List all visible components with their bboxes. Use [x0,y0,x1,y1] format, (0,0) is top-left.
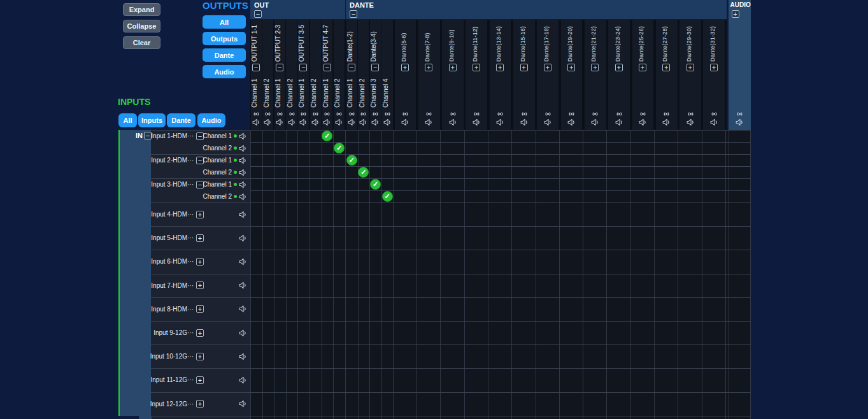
clear-button[interactable]: Clear [123,36,160,49]
matrix-grid[interactable] [250,130,751,419]
speaker-icon[interactable] [239,169,247,176]
expand-column-button[interactable]: + [449,64,457,71]
expand-column-button[interactable]: + [425,64,432,71]
level-icon[interactable] [544,110,552,118]
speaker-icon[interactable] [276,118,284,126]
expand-input-button[interactable]: + [196,234,204,242]
expand-input-button[interactable]: + [196,400,204,408]
collapse-button[interactable]: Collapse [123,20,160,32]
expand-input-button[interactable]: + [196,258,204,266]
level-icon[interactable] [335,110,343,118]
collapse-out-group-button[interactable]: − [254,10,262,18]
level-icon[interactable] [288,110,296,118]
expand-column-button[interactable]: + [520,64,528,71]
outputs-filter-outputs-button[interactable]: Outputs [203,32,246,45]
expand-column-button[interactable]: + [401,64,409,71]
inputs-filter-inputs-button[interactable]: Inputs [138,113,166,127]
crosspoint-active[interactable]: ✓ [334,143,345,153]
speaker-icon[interactable] [239,132,247,140]
crosspoint-active[interactable]: ✓ [370,179,381,190]
speaker-icon[interactable] [239,145,247,152]
expand-input-button[interactable]: + [196,305,204,313]
outputs-filter-audio-button[interactable]: Audio [203,65,246,78]
expand-button[interactable]: Expand [123,3,160,16]
speaker-icon[interactable] [239,329,247,337]
speaker-icon[interactable] [359,118,367,126]
level-icon[interactable] [348,110,356,118]
level-icon[interactable] [736,110,744,118]
level-icon[interactable] [323,110,331,118]
collapse-dante-group-button[interactable]: − [350,10,357,18]
speaker-icon[interactable] [383,118,392,126]
level-icon[interactable] [401,110,409,118]
level-icon[interactable] [383,110,392,118]
level-icon[interactable] [687,110,695,118]
speaker-icon[interactable] [299,118,308,126]
expand-input-button[interactable]: + [196,281,204,289]
speaker-icon[interactable] [736,118,744,126]
level-icon[interactable] [359,110,367,118]
level-icon[interactable] [311,110,320,118]
expand-input-button[interactable]: + [196,376,204,384]
level-icon[interactable] [449,110,457,118]
level-icon[interactable] [591,110,599,118]
speaker-icon[interactable] [371,118,380,126]
speaker-icon[interactable] [239,157,247,164]
expand-column-button[interactable]: + [639,64,646,71]
crosspoint-active[interactable]: ✓ [382,191,393,202]
level-icon[interactable] [496,110,504,118]
outputs-filter-dante-button[interactable]: Dante [203,48,246,62]
speaker-icon[interactable] [473,118,481,126]
inputs-filter-dante-button[interactable]: Dante [167,113,196,127]
speaker-icon[interactable] [252,118,260,126]
speaker-icon[interactable] [288,118,296,126]
level-icon[interactable] [662,110,671,118]
speaker-icon[interactable] [615,118,623,126]
expand-input-button[interactable]: + [196,211,204,218]
speaker-icon[interactable] [239,305,247,313]
speaker-icon[interactable] [449,118,457,126]
speaker-icon[interactable] [335,118,343,126]
speaker-icon[interactable] [239,211,247,218]
level-icon[interactable] [710,110,718,118]
expand-column-button[interactable]: + [710,64,718,71]
speaker-icon[interactable] [239,181,247,188]
expand-column-button[interactable]: + [615,64,623,71]
level-icon[interactable] [299,110,308,118]
speaker-icon[interactable] [425,118,433,126]
speaker-icon[interactable] [401,118,409,126]
speaker-icon[interactable] [591,118,599,126]
speaker-icon[interactable] [239,258,247,266]
speaker-icon[interactable] [662,118,671,126]
speaker-icon[interactable] [520,118,529,126]
level-icon[interactable] [276,110,284,118]
speaker-icon[interactable] [710,118,718,126]
expand-column-button[interactable]: + [496,64,504,71]
inputs-filter-audio-button[interactable]: Audio [197,113,225,127]
speaker-icon[interactable] [567,118,576,126]
speaker-icon[interactable] [239,353,247,360]
level-icon[interactable] [615,110,623,118]
speaker-icon[interactable] [239,193,247,201]
expand-input-button[interactable]: + [196,329,204,337]
level-icon[interactable] [252,110,260,118]
speaker-icon[interactable] [239,234,247,242]
speaker-icon[interactable] [639,118,647,126]
speaker-icon[interactable] [544,118,552,126]
level-icon[interactable] [473,110,481,118]
level-icon[interactable] [425,110,433,118]
expand-audio-group-button[interactable]: + [732,10,739,18]
speaker-icon[interactable] [348,118,356,126]
level-icon[interactable] [520,110,529,118]
expand-column-button[interactable]: + [591,64,599,71]
inputs-filter-all-button[interactable]: All [118,113,137,127]
crosspoint-active[interactable]: ✓ [346,155,357,166]
expand-column-button[interactable]: + [687,64,694,71]
expand-column-button[interactable]: + [567,64,575,71]
speaker-icon[interactable] [239,281,247,289]
speaker-icon[interactable] [264,118,272,126]
speaker-icon[interactable] [687,118,695,126]
speaker-icon[interactable] [323,118,331,126]
level-icon[interactable] [264,110,272,118]
level-icon[interactable] [639,110,647,118]
